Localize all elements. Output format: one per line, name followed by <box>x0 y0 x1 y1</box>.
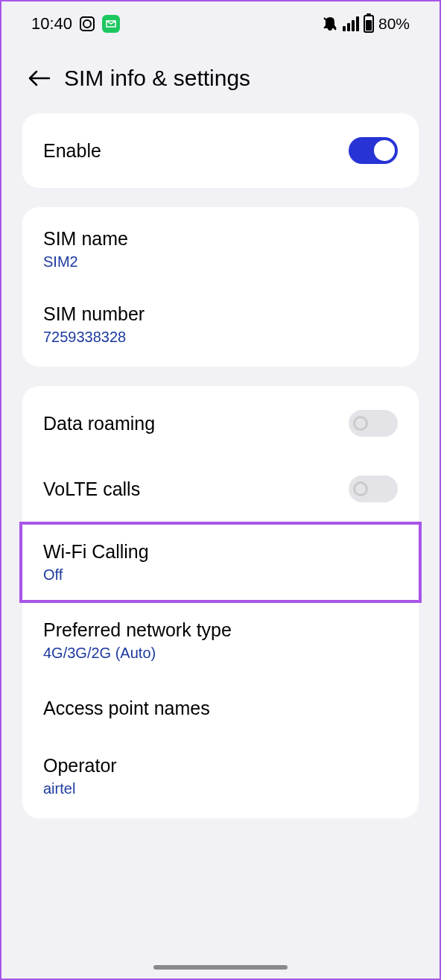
sim-name-row[interactable]: SIM name SIM2 <box>22 212 419 287</box>
wifi-calling-value: Off <box>43 566 398 584</box>
network-type-value: 4G/3G/2G (Auto) <box>43 645 398 662</box>
operator-value: airtel <box>43 780 398 797</box>
apn-label: Access point names <box>43 698 210 719</box>
battery-icon <box>364 15 374 33</box>
data-roaming-label: Data roaming <box>43 413 155 434</box>
network-type-row[interactable]: Preferred network type 4G/3G/2G (Auto) <box>22 603 419 678</box>
sim-number-value: 7259338328 <box>43 329 398 346</box>
enable-row[interactable]: Enable <box>22 118 419 183</box>
sim-name-label: SIM name <box>43 228 398 250</box>
message-icon <box>102 15 120 33</box>
signal-icon <box>343 16 359 31</box>
status-time: 10:40 <box>31 14 72 34</box>
enable-card: Enable <box>22 113 419 188</box>
apn-row[interactable]: Access point names <box>22 678 419 739</box>
back-button[interactable] <box>28 67 51 89</box>
status-left: 10:40 <box>31 14 120 34</box>
sim-number-row[interactable]: SIM number 7259338328 <box>22 287 419 362</box>
header: SIM info & settings <box>1 43 440 113</box>
instagram-icon <box>80 16 95 31</box>
status-bar: 10:40 80% <box>1 1 440 43</box>
enable-label: Enable <box>43 140 101 162</box>
sim-number-label: SIM number <box>43 303 398 325</box>
sim-name-value: SIM2 <box>43 253 398 271</box>
volte-toggle[interactable] <box>349 475 398 502</box>
enable-toggle[interactable] <box>349 137 398 164</box>
network-type-label: Preferred network type <box>43 619 398 641</box>
wifi-calling-row[interactable]: Wi-Fi Calling Off <box>19 522 422 603</box>
page-title: SIM info & settings <box>64 66 250 91</box>
settings-card: Data roaming VoLTE calls Wi-Fi Calling O… <box>22 386 419 818</box>
status-right: 80% <box>322 15 410 33</box>
volte-row[interactable]: VoLTE calls <box>22 456 419 522</box>
sim-info-card: SIM name SIM2 SIM number 7259338328 <box>22 207 419 367</box>
operator-row[interactable]: Operator airtel <box>22 739 419 814</box>
data-roaming-toggle[interactable] <box>349 410 398 437</box>
volte-label: VoLTE calls <box>43 478 140 500</box>
data-roaming-row[interactable]: Data roaming <box>22 391 419 456</box>
navigation-bar[interactable] <box>153 965 288 970</box>
battery-percentage: 80% <box>378 15 410 33</box>
wifi-calling-label: Wi-Fi Calling <box>43 541 398 563</box>
operator-label: Operator <box>43 755 398 777</box>
notification-mute-icon <box>322 16 338 32</box>
